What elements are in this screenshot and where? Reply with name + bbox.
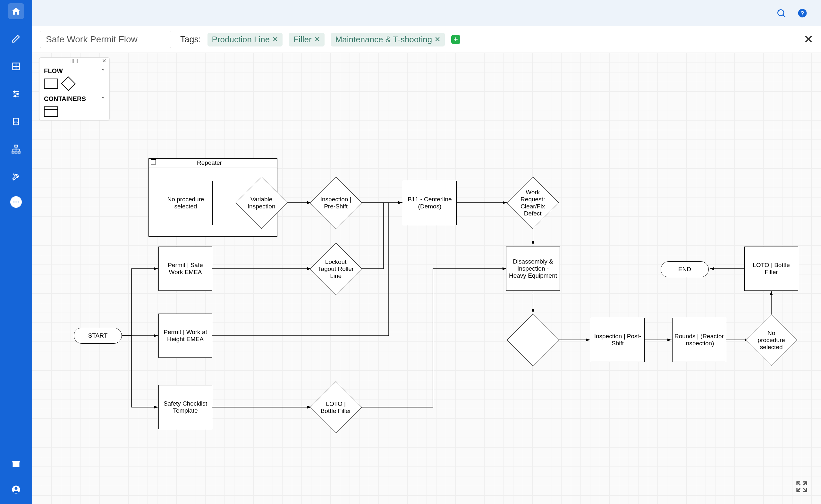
tag-label: Maintenance & T-shooting	[335, 35, 432, 45]
close-icon[interactable]: ✕	[102, 58, 106, 64]
topbar: ?	[32, 0, 821, 26]
panel-handle[interactable]: |||||| ✕	[39, 58, 109, 64]
file-chart-icon[interactable]	[8, 113, 24, 130]
container-shape-tool[interactable]	[44, 106, 58, 117]
svg-point-30	[778, 10, 784, 16]
svg-point-29	[15, 487, 18, 490]
tools-icon[interactable]	[8, 169, 24, 185]
chevron-up-icon: ⌃	[101, 68, 105, 74]
help-icon[interactable]: ?	[797, 7, 808, 19]
node-disassembly-inspection[interactable]: Disassembly & Inspection - Heavy Equipme…	[506, 247, 560, 291]
tag-label: Production Line	[212, 35, 270, 45]
node-lockout-tagout-roller[interactable]: Lockout Tagout Roller Line	[310, 243, 362, 295]
node-work-request[interactable]: Work Request: Clear/Fix Defect	[507, 177, 559, 229]
search-icon[interactable]	[775, 7, 787, 19]
svg-point-24	[15, 201, 17, 203]
svg-rect-15	[18, 151, 20, 153]
node-no-procedure-2[interactable]: No procedure selected	[745, 314, 798, 366]
node-loto-bottle-2[interactable]: LOTO | Bottle Filler	[744, 247, 798, 291]
containers-section-label: CONTAINERS	[44, 95, 86, 103]
sidebar	[0, 0, 32, 504]
grip-icon: ||||||	[71, 59, 79, 63]
node-label: B11 - Centerline (Demos)	[405, 196, 454, 210]
tag-filler[interactable]: Filler✕	[289, 33, 324, 46]
svg-text:?: ?	[800, 10, 804, 17]
node-label: Permit | Work at Height EMEA	[161, 329, 210, 343]
close-icon[interactable]: ✕	[272, 35, 278, 44]
node-rounds-reactor[interactable]: Rounds | (Reactor Inspection)	[672, 318, 726, 362]
flow-edges	[32, 53, 821, 504]
node-label: Inspection | Post-Shift	[593, 333, 642, 347]
node-permit-height[interactable]: Permit | Work at Height EMEA	[158, 314, 212, 358]
svg-rect-27	[12, 461, 20, 463]
svg-point-23	[13, 201, 15, 203]
rect-shape-tool[interactable]	[44, 79, 58, 89]
containers-section-header[interactable]: CONTAINERS ⌃	[44, 95, 105, 103]
chevron-up-icon: ⌃	[101, 96, 105, 102]
flow-section-label: FLOW	[44, 67, 63, 75]
node-label: LOTO | Bottle Filler	[318, 400, 354, 415]
svg-point-6	[14, 91, 15, 93]
svg-rect-16	[15, 151, 17, 153]
svg-line-31	[783, 15, 785, 17]
edit-icon[interactable]	[8, 31, 24, 47]
svg-rect-13	[15, 145, 17, 147]
svg-point-25	[18, 201, 19, 203]
diamond-shape-tool[interactable]	[61, 76, 75, 91]
node-no-procedure-1[interactable]: No procedure selected	[159, 181, 213, 225]
node-label: Lockout Tagout Roller Line	[318, 258, 354, 280]
node-label: Work Request: Clear/Fix Defect	[515, 189, 551, 217]
node-loto-bottle[interactable]: LOTO | Bottle Filler	[310, 381, 362, 433]
archive-icon[interactable]	[8, 456, 24, 472]
flow-section-header[interactable]: FLOW ⌃	[44, 67, 105, 75]
fit-view-button[interactable]	[795, 480, 808, 494]
node-permit-safework[interactable]: Permit | Safe Work EMEA	[158, 247, 212, 291]
container-title: − Repeater	[149, 159, 277, 167]
collapse-icon[interactable]: −	[151, 159, 156, 164]
node-label: Variable Inspection	[243, 196, 280, 210]
grid-icon[interactable]	[8, 58, 24, 74]
node-label: No procedure selected	[753, 330, 790, 351]
node-inspection-preshift[interactable]: Inspection | Pre-Shift	[310, 177, 362, 229]
svg-rect-26	[13, 462, 20, 467]
node-inspection-postshift[interactable]: Inspection | Post-Shift	[591, 318, 645, 362]
node-label: No procedure selected	[161, 196, 210, 210]
tag-maintenance[interactable]: Maintenance & T-shooting✕	[331, 33, 445, 46]
home-icon[interactable]	[8, 3, 24, 19]
close-icon[interactable]: ✕	[435, 35, 440, 44]
org-icon[interactable]	[8, 141, 24, 157]
svg-point-7	[17, 93, 18, 95]
node-label: Permit | Safe Work EMEA	[161, 262, 210, 276]
node-label: Disassembly & Inspection - Heavy Equipme…	[508, 258, 558, 279]
shapes-panel[interactable]: |||||| ✕ FLOW ⌃ CONTAINERS	[39, 57, 110, 120]
node-label: LOTO | Bottle Filler	[747, 262, 796, 276]
node-label: Rounds | (Reactor Inspection)	[674, 333, 724, 347]
node-label: Safety Checklist Template	[161, 400, 210, 414]
node-label: END	[678, 266, 691, 273]
tags-label: Tags:	[180, 35, 201, 45]
close-icon[interactable]: ✕	[314, 35, 320, 44]
canvas[interactable]: |||||| ✕ FLOW ⌃ CONTAINERS	[32, 53, 821, 504]
node-safety-checklist[interactable]: Safety Checklist Template	[158, 385, 212, 429]
flow-title-input[interactable]	[40, 31, 171, 48]
svg-point-8	[14, 96, 16, 97]
node-label: START	[88, 332, 108, 339]
container-title-text: Repeater	[197, 159, 222, 166]
user-icon[interactable]	[8, 482, 24, 498]
add-tag-button[interactable]: +	[451, 35, 460, 44]
tag-production-line[interactable]: Production Line✕	[207, 33, 283, 46]
svg-rect-14	[12, 151, 14, 153]
header: Tags: Production Line✕ Filler✕ Maintenan…	[32, 26, 821, 53]
node-empty-decision[interactable]	[507, 314, 559, 366]
more-icon[interactable]	[10, 196, 22, 208]
tag-label: Filler	[293, 35, 311, 45]
close-icon[interactable]: ✕	[804, 33, 813, 46]
node-end[interactable]: END	[661, 261, 709, 277]
node-label: Inspection | Pre-Shift	[318, 196, 354, 210]
node-b11-centerline[interactable]: B11 - Centerline (Demos)	[403, 181, 457, 225]
node-start[interactable]: START	[74, 328, 122, 344]
sliders-icon[interactable]	[8, 86, 24, 102]
